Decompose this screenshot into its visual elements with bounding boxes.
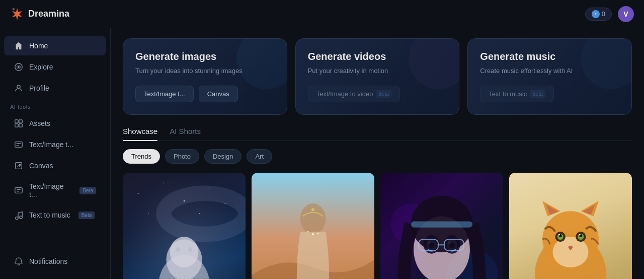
svg-point-14 [164, 183, 165, 184]
feature-card-music: Generate music Create music effortlessly… [467, 38, 632, 115]
canvas-icon [14, 161, 23, 170]
sidebar-item-explore[interactable]: Explore [4, 57, 106, 77]
gallery-image-2 [252, 173, 374, 279]
tab-ai-shorts[interactable]: AI Shorts [170, 127, 201, 141]
canvas-btn[interactable]: Canvas [199, 86, 238, 102]
tab-showcase[interactable]: Showcase [123, 127, 157, 141]
feature-cards: Generate images Turn your ideas into stu… [123, 38, 632, 115]
sidebar-item-text-image-beta[interactable]: Text/Image t... Beta [4, 177, 106, 203]
sidebar-item-assets[interactable]: Assets [4, 114, 106, 133]
videos-card-desc: Put your creativity in motion [308, 66, 447, 76]
music-beta-badge: Beta [78, 212, 95, 219]
svg-point-9 [19, 164, 21, 166]
profile-icon [14, 84, 23, 93]
logo[interactable]: Dreamina [10, 7, 69, 21]
text-to-music-btn[interactable]: Text to music Beta [480, 86, 553, 102]
sidebar-item-canvas[interactable]: Canvas [4, 156, 106, 175]
bell-icon [14, 257, 23, 266]
filter-design[interactable]: Design [204, 149, 242, 164]
svg-point-20 [164, 193, 246, 234]
text-image-video-btn[interactable]: Text/Image to video Beta [308, 86, 400, 102]
images-card-buttons: Text/Image t... Canvas [135, 86, 275, 102]
gallery-item-3[interactable] [380, 173, 503, 279]
image-gallery [123, 173, 632, 279]
svg-point-24 [176, 247, 180, 252]
svg-rect-10 [15, 188, 22, 193]
sidebar-item-text-music[interactable]: Text to music Beta [4, 205, 106, 225]
svg-point-23 [170, 237, 199, 267]
gallery-overlay-3 [380, 173, 503, 279]
assets-icon [14, 119, 23, 128]
filter-pills: Trends Photo Design Art [123, 149, 632, 164]
explore-icon [14, 62, 23, 72]
svg-point-15 [184, 200, 185, 201]
gallery-overlay-4 [509, 173, 632, 279]
svg-rect-3 [15, 120, 18, 123]
gallery-item-1[interactable] [123, 173, 246, 279]
text-image-beta-badge: Beta [79, 187, 96, 194]
credits-badge[interactable]: + 0 [585, 8, 612, 21]
filter-art[interactable]: Art [247, 149, 272, 164]
sidebar-item-profile[interactable]: Profile [4, 79, 106, 98]
header-right: + 0 V [585, 6, 634, 22]
app-name: Dreamina [28, 9, 69, 19]
svg-rect-6 [19, 124, 22, 127]
main-layout: Home Explore Profile AI tools [0, 28, 644, 279]
music-card-desc: Create music effortlessly with AI [480, 66, 619, 76]
text-image-btn[interactable]: Text/Image t... [135, 86, 194, 102]
credits-plus-icon: + [592, 10, 600, 18]
credits-count: 0 [602, 10, 605, 18]
gallery-item-2[interactable] [252, 173, 374, 279]
gallery-overlay-2 [252, 173, 374, 279]
svg-point-22 [166, 239, 202, 279]
music-icon [14, 211, 23, 220]
svg-point-13 [137, 193, 138, 194]
svg-point-17 [224, 203, 225, 204]
video-beta-badge: Beta [376, 90, 391, 98]
ai-tools-label: AI tools [0, 100, 110, 112]
text-image-icon [14, 140, 23, 149]
gallery-image-4 [509, 173, 632, 279]
svg-rect-5 [15, 124, 18, 127]
filter-photo[interactable]: Photo [165, 149, 199, 164]
music-card-beta-badge: Beta [530, 90, 545, 98]
svg-point-21 [158, 255, 210, 279]
videos-card-buttons: Text/Image to video Beta [308, 86, 447, 102]
svg-point-1 [18, 66, 20, 68]
gallery-svg-1 [123, 173, 246, 279]
svg-point-12 [20, 216, 22, 219]
images-card-title: Generate images [135, 51, 275, 62]
svg-point-19 [199, 214, 200, 215]
svg-point-25 [188, 247, 192, 252]
feature-card-images: Generate images Turn your ideas into stu… [123, 38, 287, 115]
user-avatar[interactable]: V [618, 6, 634, 22]
images-card-desc: Turn your ideas into stunning images [135, 66, 275, 76]
svg-point-16 [209, 188, 210, 188]
music-card-buttons: Text to music Beta [480, 86, 619, 102]
gallery-overlay-1 [123, 173, 246, 279]
svg-point-2 [17, 85, 20, 88]
svg-rect-4 [19, 120, 22, 123]
videos-card-title: Generate videos [308, 51, 447, 62]
sidebar: Home Explore Profile AI tools [0, 28, 111, 279]
sidebar-item-home[interactable]: Home [4, 36, 106, 55]
feature-card-videos: Generate videos Put your creativity in m… [295, 38, 460, 115]
svg-point-18 [148, 214, 149, 215]
svg-rect-7 [15, 142, 22, 148]
gallery-image-3 [380, 173, 503, 279]
gallery-image-1 [123, 173, 246, 279]
main-content: Generate images Turn your ideas into stu… [111, 28, 644, 279]
sidebar-item-notifications[interactable]: Notifications [4, 252, 106, 271]
sidebar-item-text-image[interactable]: Text/Image t... [4, 135, 106, 154]
showcase-tabs: Showcase AI Shorts [123, 127, 632, 141]
app-header: Dreamina + 0 V [0, 0, 644, 28]
svg-point-11 [16, 217, 18, 220]
filter-trends[interactable]: Trends [123, 149, 160, 164]
music-card-title: Generate music [480, 51, 619, 62]
text-image-beta-icon [14, 186, 23, 195]
home-icon [14, 41, 23, 50]
logo-icon [10, 7, 24, 21]
gallery-item-4[interactable] [509, 173, 632, 279]
